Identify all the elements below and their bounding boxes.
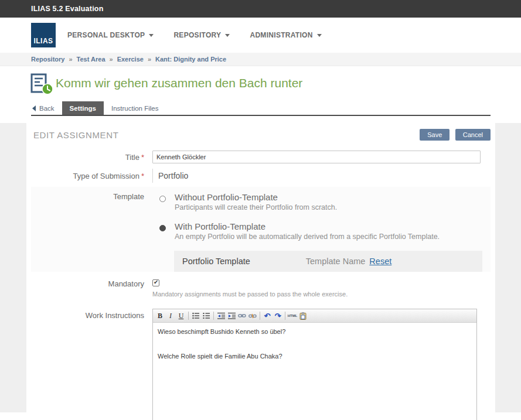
top-bar: ILIAS 5.2 Evaluation <box>0 0 521 18</box>
toolbar-separator <box>285 312 285 320</box>
work-instructions-label: Work Instructions <box>26 309 152 420</box>
template-label: Template <box>31 192 152 251</box>
field-row-type-of-submission: Type of Submission* Portfolio <box>26 167 495 186</box>
tab-bar: Back Settings Instruction Files <box>31 101 491 116</box>
form-header: EDIT ASSIGNMENT Save Cancel <box>26 123 495 146</box>
template-options: Without Portfolio-Template Participants … <box>152 192 491 251</box>
bold-button[interactable]: B <box>155 310 165 321</box>
type-of-submission-label: Type of Submission* <box>26 172 152 180</box>
undo-icon[interactable]: ↶ <box>262 310 273 321</box>
ilias-logo-text: ILIAS <box>33 37 53 45</box>
nav-repository[interactable]: REPOSITORY <box>173 31 230 39</box>
required-marker: * <box>141 153 144 162</box>
main-header: ILIAS PERSONAL DESKTOP REPOSITORY ADMINI… <box>0 18 521 53</box>
radio-without-template[interactable] <box>159 196 166 202</box>
breadcrumb-separator: » <box>148 56 151 63</box>
html-source-button[interactable]: HTML <box>287 310 298 321</box>
title-label: Title* <box>26 153 152 162</box>
instruction-line: Wieso beschimpft Bushido Kenneth so übel… <box>158 328 472 335</box>
bullet-list-icon[interactable] <box>190 310 201 321</box>
toolbar-separator <box>260 312 260 320</box>
field-row-title: Title* <box>26 146 495 167</box>
cancel-button[interactable]: Cancel <box>455 129 491 141</box>
page-title: Komm wir gehen zusammen den Bach runter <box>56 76 302 90</box>
template-section: Template Without Portfolio-Template Part… <box>31 187 491 272</box>
nav-administration[interactable]: ADMINISTRATION <box>250 31 321 39</box>
nav-personal-desktop[interactable]: PERSONAL DESKTOP <box>67 31 154 39</box>
redo-icon[interactable]: ↷ <box>273 310 283 321</box>
italic-button[interactable]: I <box>165 310 176 321</box>
breadcrumb-separator: » <box>110 56 113 63</box>
form-actions: Save Cancel <box>420 129 491 141</box>
chevron-down-icon <box>225 34 230 37</box>
reset-link[interactable]: Reset <box>369 257 391 266</box>
rich-text-editor: B I U <box>152 309 477 420</box>
instruction-line: Welche Rolle spielt die Familie Abu Chak… <box>158 353 472 360</box>
breadcrumb-repository[interactable]: Repository <box>31 56 64 63</box>
toolbar-separator <box>213 312 214 320</box>
page-title-area: Komm wir gehen zusammen den Bach runter <box>0 67 521 101</box>
paste-from-word-icon[interactable] <box>298 310 308 321</box>
tab-settings[interactable]: Settings <box>62 101 104 115</box>
form-title: EDIT ASSIGNMENT <box>33 130 118 140</box>
outdent-icon[interactable] <box>216 310 226 321</box>
option-without-template: Without Portfolio-Template Participants … <box>159 192 491 211</box>
mandatory-checkbox[interactable] <box>152 279 159 286</box>
breadcrumb: Repository » Test Area » Exercise » Kant… <box>0 53 521 66</box>
option-label[interactable]: Without Portfolio-Template <box>175 192 337 202</box>
field-row-work-instructions: Work Instructions B I U <box>26 301 495 420</box>
underline-button[interactable]: U <box>176 310 186 321</box>
tab-instruction-files[interactable]: Instruction Files <box>104 101 166 115</box>
breadcrumb-test-area[interactable]: Test Area <box>77 56 105 63</box>
field-row-mandatory: Mandatory Mandatory assignments must be … <box>26 274 495 301</box>
ilias-window: ILIAS 5.2 Evaluation ILIAS PERSONAL DESK… <box>0 0 521 420</box>
breadcrumb-exercise[interactable]: Exercise <box>117 56 144 63</box>
edit-assignment-panel: EDIT ASSIGNMENT Save Cancel Title* Type … <box>26 123 495 420</box>
ilias-logo[interactable]: ILIAS <box>31 23 56 47</box>
option-description: An empty Portfolio will be automatically… <box>175 233 440 241</box>
exercise-assignment-icon <box>30 73 54 95</box>
tab-back[interactable]: Back <box>31 101 62 115</box>
save-button[interactable]: Save <box>420 129 450 141</box>
option-description: Participants will create their Portfolio… <box>175 203 337 211</box>
chevron-down-icon <box>317 34 322 37</box>
type-of-submission-value: Portfolio <box>152 169 188 183</box>
breadcrumb-separator: » <box>69 56 72 63</box>
editor-toolbar: B I U <box>153 309 476 323</box>
chevron-down-icon <box>149 34 154 37</box>
radio-with-template[interactable] <box>159 225 166 231</box>
chevron-left-icon <box>32 105 36 111</box>
option-with-template: With Portfolio-Template An empty Portfol… <box>159 221 491 241</box>
option-label[interactable]: With Portfolio-Template <box>175 221 440 231</box>
mandatory-label: Mandatory <box>26 279 152 298</box>
breadcrumb-current[interactable]: Kant: Dignity and Price <box>155 56 226 63</box>
installation-title: ILIAS 5.2 Evaluation <box>31 5 103 13</box>
unlink-icon[interactable] <box>247 310 258 321</box>
portfolio-template-label: Portfolio Template <box>182 257 250 266</box>
toolbar-separator <box>188 312 189 320</box>
link-icon[interactable] <box>237 310 247 321</box>
main-nav: PERSONAL DESKTOP REPOSITORY ADMINISTRATI… <box>67 18 322 53</box>
title-input[interactable] <box>152 151 481 163</box>
field-row-template: Template Without Portfolio-Template Part… <box>31 192 491 251</box>
portfolio-template-value: Template Name <box>306 257 366 266</box>
editor-content[interactable]: Wieso beschimpft Bushido Kenneth so übel… <box>153 323 476 420</box>
portfolio-template-row: Portfolio Template Template Name Reset <box>174 251 482 272</box>
indent-icon[interactable] <box>226 310 237 321</box>
required-marker: * <box>141 172 144 180</box>
numbered-list-icon[interactable] <box>201 310 212 321</box>
mandatory-help-text: Mandatory assignments must be passed to … <box>152 291 348 298</box>
